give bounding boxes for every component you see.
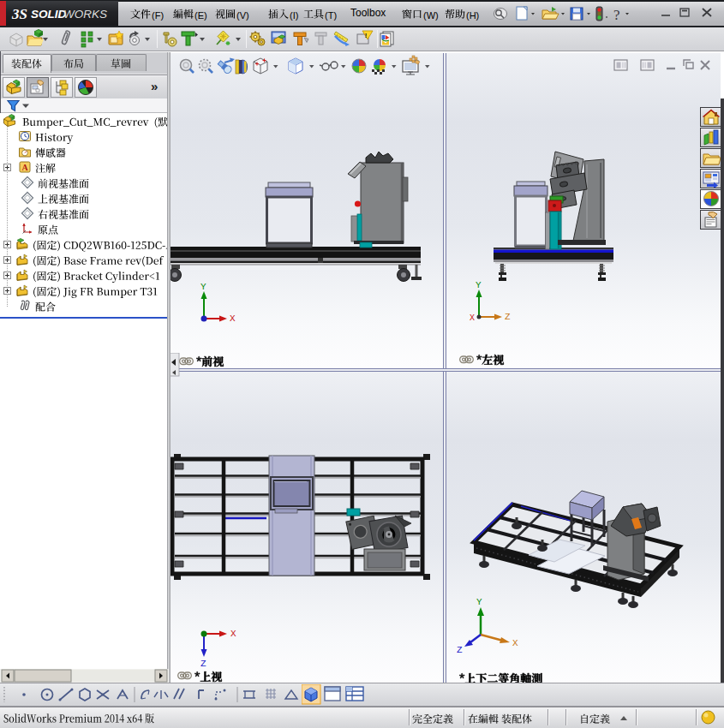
- svg-text:?: ?: [613, 7, 620, 22]
- svg-text:WORKS: WORKS: [63, 8, 107, 21]
- svg-text:Y: Y: [476, 280, 482, 290]
- svg-text:Z: Z: [457, 645, 463, 655]
- svg-text:Z: Z: [505, 312, 511, 322]
- svg-text:Y: Y: [200, 282, 206, 292]
- svg-text:X: X: [512, 638, 518, 648]
- svg-text:3S: 3S: [11, 6, 27, 22]
- svg-text:A: A: [21, 163, 28, 172]
- svg-text:Y: Y: [476, 597, 482, 607]
- svg-text:X: X: [470, 313, 475, 323]
- svg-text:SOLID: SOLID: [31, 8, 67, 21]
- svg-text:X: X: [230, 629, 236, 639]
- svg-text:X: X: [230, 313, 236, 324]
- svg-text:!: !: [365, 32, 368, 39]
